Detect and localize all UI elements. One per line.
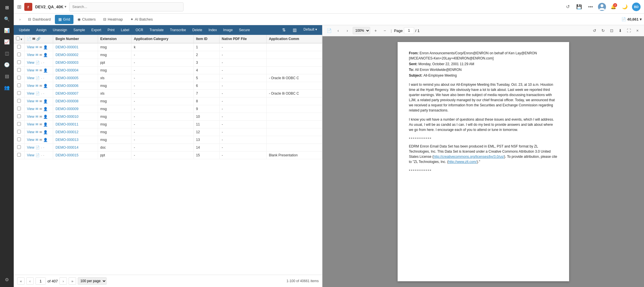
tab-ai-batches[interactable]: ✦ AI Batches — [127, 15, 156, 24]
row-checkbox[interactable] — [17, 107, 21, 110]
avatar-profile[interactable] — [598, 3, 606, 11]
begin-number[interactable]: DEMO-000007 — [55, 91, 78, 95]
preview-doc-icon[interactable]: 📄 — [325, 27, 333, 34]
file-icon-8[interactable]: ✉ — [35, 99, 38, 103]
prev-page-btn[interactable]: ‹ — [26, 277, 34, 285]
nav-expand-btn[interactable]: › — [16, 15, 24, 23]
tab-dashboard[interactable]: ⊟ Dashboard — [25, 15, 54, 24]
table-container[interactable]: ▾ 📄 ✉ 🔗 Begin Number Extension — [14, 35, 322, 275]
file-icon-1[interactable]: ✉ — [35, 45, 38, 49]
begin-number[interactable]: DEMO-000010 — [55, 115, 78, 119]
begin-number[interactable]: DEMO-000002 — [55, 53, 78, 57]
view-link[interactable]: View — [27, 53, 34, 57]
view-link[interactable]: View — [27, 138, 34, 142]
row-checkbox[interactable] — [17, 45, 21, 49]
row-checkbox[interactable] — [17, 130, 21, 133]
file-icon-7[interactable]: 📄 — [35, 91, 40, 95]
preview-page-input[interactable] — [404, 27, 414, 34]
view-link[interactable]: View — [27, 122, 34, 126]
file-icon-10[interactable]: ✉ — [35, 115, 38, 119]
cc-link[interactable]: http://creativecommons.org/licenses/by/3… — [434, 155, 504, 159]
preview-content[interactable]: From: Enron Announcements/Corp/Enron@ENR… — [322, 36, 644, 287]
assign-button[interactable]: Assign — [33, 27, 49, 33]
more-icon[interactable]: ••• — [586, 3, 595, 11]
file-icon-12[interactable]: ✉ — [35, 130, 38, 134]
zoom-out-btn[interactable]: − — [381, 27, 388, 34]
sidebar-icon-layers[interactable]: ◫ — [2, 48, 12, 58]
row-checkbox[interactable] — [17, 137, 21, 141]
refresh-icon[interactable]: ↺ — [563, 3, 572, 11]
file-icon-15[interactable]: 📄 — [35, 153, 40, 157]
download-btn[interactable]: ⬇ — [617, 27, 624, 34]
th-begin-number[interactable]: Begin Number — [53, 35, 98, 43]
tab-heatmap[interactable]: ⊟ Heatmap — [100, 15, 126, 24]
tab-clusters[interactable]: ◉ Clusters — [74, 15, 99, 24]
file-icon-6[interactable]: ✉ — [35, 84, 38, 88]
sidebar-icon-bar[interactable]: 📈 — [2, 37, 12, 47]
save-icon[interactable]: 💾 — [575, 3, 583, 11]
row-checkbox[interactable] — [17, 60, 21, 64]
file-icon-4[interactable]: ✉ — [35, 68, 38, 72]
th-application-comment[interactable]: Application Comm — [266, 35, 322, 43]
row-checkbox[interactable] — [17, 83, 21, 87]
export-button[interactable]: Export — [88, 27, 104, 33]
file-icon-11[interactable]: ✉ — [35, 122, 38, 126]
row-checkbox[interactable] — [17, 145, 21, 149]
unassign-button[interactable]: Unassign — [50, 27, 70, 33]
file-icon-3[interactable]: 📄 — [35, 61, 40, 65]
file-icon-2[interactable]: ✉ — [35, 53, 38, 57]
label-button[interactable]: Label — [118, 27, 132, 33]
sample-button[interactable]: Sample — [71, 27, 88, 33]
row-checkbox[interactable] — [17, 68, 21, 72]
begin-number[interactable]: DEMO-000005 — [55, 76, 78, 80]
fit-btn[interactable]: ⊡ — [608, 27, 615, 34]
view-link[interactable]: View — [27, 91, 34, 95]
ocr-button[interactable]: OCR — [133, 27, 146, 33]
zoom-select[interactable]: 100% 75% 150% 200% — [353, 27, 370, 34]
view-link[interactable]: View — [27, 130, 34, 134]
fullscreen-btn[interactable]: ⛶ — [625, 27, 633, 34]
view-link[interactable]: View — [27, 115, 34, 119]
image-button[interactable]: Image — [220, 27, 236, 33]
zoom-in-btn[interactable]: + — [372, 27, 379, 34]
view-link[interactable]: View — [27, 61, 34, 65]
file-icon-13[interactable]: ✉ — [35, 138, 38, 142]
search-input[interactable] — [69, 2, 184, 11]
view-link[interactable]: View — [27, 153, 34, 157]
sidebar-icon-clock[interactable]: 🕐 — [2, 59, 12, 70]
preview-prev-btn[interactable]: ‹ — [334, 27, 342, 34]
begin-number[interactable]: DEMO-000012 — [55, 130, 78, 134]
file-icon-14[interactable]: 📄 — [35, 146, 40, 150]
view-link[interactable]: View — [27, 99, 34, 103]
begin-number[interactable]: DEMO-000003 — [55, 61, 78, 65]
th-item-id[interactable]: Item ID — [194, 35, 219, 43]
rotate-right-btn[interactable]: ↻ — [599, 27, 607, 34]
begin-number[interactable]: DEMO-000004 — [55, 68, 78, 72]
view-link[interactable]: View — [27, 146, 34, 150]
transcribe-button[interactable]: Transcribe — [167, 27, 189, 33]
per-page-select[interactable]: 100 per page 50 per page 25 per page — [78, 277, 107, 285]
delete-button[interactable]: Delete — [190, 27, 205, 33]
index-button[interactable]: Index — [206, 27, 220, 33]
sidebar-icon-home[interactable]: ⊞ — [2, 2, 12, 13]
file-icon-9[interactable]: ✉ — [35, 107, 38, 111]
user-avatar[interactable]: BD — [632, 3, 641, 11]
page-number-input[interactable] — [35, 277, 46, 285]
preview-next-btn[interactable]: › — [344, 27, 351, 34]
view-link[interactable]: View — [27, 45, 34, 49]
select-all-checkbox[interactable] — [16, 37, 20, 40]
view-link[interactable]: View — [27, 107, 34, 111]
notification-icon[interactable]: 🔔 2 — [609, 3, 618, 11]
row-checkbox[interactable] — [17, 53, 21, 56]
begin-number[interactable]: DEMO-000006 — [55, 84, 78, 88]
begin-number[interactable]: DEMO-000001 — [55, 45, 78, 49]
zl-link[interactable]: http://www.zlt.com/ — [448, 160, 477, 164]
th-select-all[interactable]: ▾ — [14, 35, 25, 43]
default-dropdown[interactable]: Default ▾ — [301, 26, 320, 34]
sidebar-icon-search[interactable]: 🔍 — [2, 14, 12, 24]
next-page-btn[interactable]: › — [59, 277, 67, 285]
sidebar-icon-table[interactable]: ▤ — [2, 71, 12, 81]
begin-number[interactable]: DEMO-000009 — [55, 107, 78, 111]
view-link[interactable]: View — [27, 84, 34, 88]
row-checkbox[interactable] — [17, 153, 21, 157]
